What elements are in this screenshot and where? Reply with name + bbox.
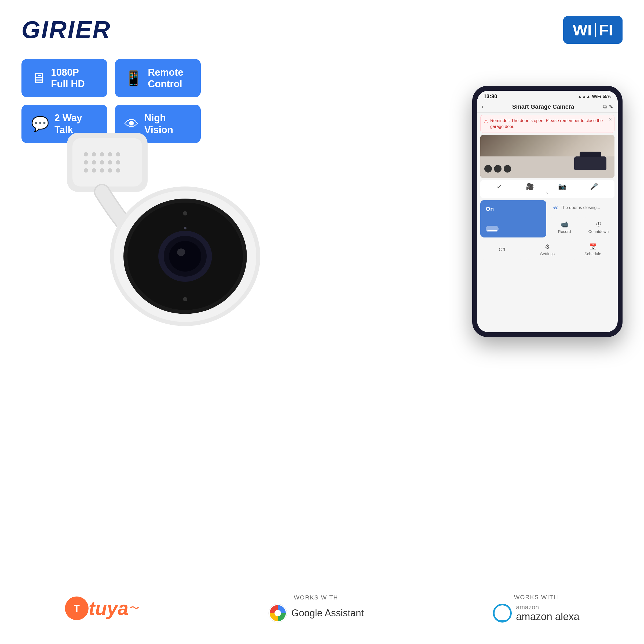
tuya-wave-icon: 〜 [130,602,139,615]
fullscreen-icon[interactable]: ⤢ [497,183,502,190]
svg-point-24 [177,248,185,256]
alexa-ring-icon [493,604,512,623]
header-icons: ⧉ ✎ [603,104,613,110]
close-notification-button[interactable]: ✕ [609,117,612,122]
garage-car [574,156,606,170]
svg-rect-33 [499,620,506,621]
on-button[interactable]: On [480,200,546,237]
copy-icon[interactable]: ⧉ [603,104,607,110]
on-button-label: On [486,206,494,213]
edit-icon[interactable]: ✎ [609,104,613,110]
settings-button[interactable]: ⚙ Settings [526,240,569,260]
garage-tire-2 [494,165,502,173]
off-label: Off [499,247,505,253]
svg-text:T: T [74,603,80,614]
bottom-row-buttons: Off ⚙ Settings 📅 Schedule [480,240,614,260]
svg-point-4 [100,152,104,156]
microphone-icon[interactable]: 🎤 [590,183,598,190]
countdown-button[interactable]: ⏱ Countdown [583,217,614,237]
on-switch [486,226,499,232]
status-bar: 13:30 ▲▲▲ WiFi 55% [477,91,618,101]
google-works-with-label: WORKS WITH [294,594,338,601]
expand-chevron[interactable]: ∨ [485,190,610,195]
back-arrow-icon[interactable]: ‹ [481,103,483,110]
svg-point-5 [108,152,112,156]
schedule-icon: 📅 [589,243,597,250]
record-button[interactable]: 📹 Record [548,217,580,237]
door-status-text: The door is closing... [561,205,600,210]
tuya-logo: T tuya 〜 [65,596,139,620]
photo-icon[interactable]: 📷 [558,183,566,190]
svg-point-11 [116,160,120,164]
alexa-name-text: amazon alexa [516,611,580,622]
svg-point-16 [116,168,120,173]
status-time: 13:30 [484,93,497,100]
svg-point-15 [108,168,112,173]
svg-point-32 [494,605,511,622]
svg-point-27 [184,227,186,229]
svg-point-2 [84,152,88,156]
partner-logos: T tuya 〜 WORKS WITH Google Assistant WOR… [0,594,644,623]
svg-point-26 [183,297,187,301]
signal-icon: ▲▲▲ [578,94,591,99]
svg-point-10 [108,160,112,164]
garage-tire-3 [504,165,511,173]
wifi-wi-text: WI [573,21,592,39]
wifi-status-icon: WiFi [592,94,601,99]
alert-icon: ⚠ [484,118,488,124]
amazon-alexa-logo: WORKS WITH amazon amazon alexa [493,594,580,623]
camera-svg [13,101,295,342]
svg-point-9 [100,160,104,164]
tuya-icon: T [65,596,89,620]
svg-point-8 [92,160,96,164]
wifi-fi-text: FI [599,21,613,39]
svg-point-12 [84,168,88,173]
video-controls-row: ⤢ 🎥 📷 🎤 [485,183,610,190]
svg-point-31 [275,610,281,616]
wifi-divider [595,23,596,37]
svg-point-23 [169,241,201,272]
record-icon: 📹 [561,221,568,228]
google-assistant-text: Google Assistant [291,608,364,619]
door-status-panel: ≪ The door is closing... [548,200,614,215]
phone-screen: 13:30 ▲▲▲ WiFi 55% ‹ Smart Garage Camera… [477,91,618,332]
camera-feed [480,135,614,178]
camera-view [480,135,614,178]
main-controls-grid: On ≪ The door is closing... 📹 Record [480,200,614,237]
svg-rect-1 [72,138,142,186]
google-assistant-logo: WORKS WITH Google Assistant [268,594,364,623]
brand-name: GIRIER [21,16,111,43]
video-icon[interactable]: 🎥 [526,183,534,190]
record-label: Record [558,229,571,234]
door-arrows-icon: ≪ [553,204,558,211]
tuya-text: tuya [89,597,129,619]
google-g-icon [268,604,287,623]
countdown-label: Countdown [588,229,609,234]
small-controls-grid: 📹 Record ⏱ Countdown [548,217,614,237]
alexa-text-group: amazon amazon alexa [516,603,580,623]
app-title: Smart Garage Camera [486,103,600,110]
svg-point-25 [183,211,187,215]
google-logo-row: Google Assistant [268,604,364,623]
phone-mockup: 13:30 ▲▲▲ WiFi 55% ‹ Smart Garage Camera… [472,86,623,337]
phone-inner-frame: 13:30 ▲▲▲ WiFi 55% ‹ Smart Garage Camera… [477,91,618,332]
wifi-badge: WI FI [563,16,623,44]
countdown-icon: ⏱ [596,221,602,228]
notification-text: Reminder: The door is open. Please remem… [490,118,611,130]
phone-outer-frame: 13:30 ▲▲▲ WiFi 55% ‹ Smart Garage Camera… [472,86,623,337]
svg-point-3 [92,152,96,156]
video-controls-bar: ⤢ 🎥 📷 🎤 ∨ [480,180,614,198]
svg-point-14 [100,168,104,173]
notification-banner: ⚠ Reminder: The door is open. Please rem… [480,115,614,133]
off-button[interactable]: Off [480,240,524,260]
schedule-label: Schedule [584,251,601,256]
schedule-button[interactable]: 📅 Schedule [571,240,614,260]
garage-items [484,165,511,173]
settings-label: Settings [540,251,555,256]
amazon-text: amazon [516,603,580,611]
camera-image-container [0,81,309,362]
svg-point-6 [116,152,120,156]
alexa-logo-row: amazon amazon alexa [493,603,580,623]
battery-icon: 55% [603,94,611,99]
svg-point-7 [84,160,88,164]
